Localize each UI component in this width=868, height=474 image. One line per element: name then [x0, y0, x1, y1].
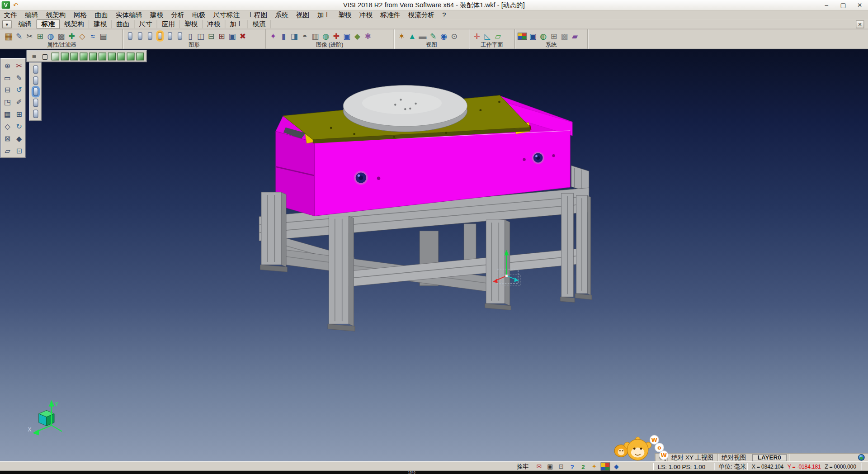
ribbon-tool-icon[interactable]: ⊙	[449, 31, 459, 41]
menu-item[interactable]: 系统	[271, 10, 292, 20]
view-cube-icon[interactable]	[80, 52, 87, 60]
view-cube-icon[interactable]: ▢	[40, 52, 50, 61]
ribbon-tool-icon[interactable]: ◓	[300, 31, 310, 41]
selection-strip-icon[interactable]	[33, 65, 38, 73]
status-tray-icon[interactable]: ▣	[545, 462, 555, 470]
menu-item[interactable]: 视图	[292, 10, 314, 20]
selection-strip-icon[interactable]	[33, 76, 38, 85]
edit-tool-icon[interactable]: ✎	[14, 72, 24, 82]
menu-item[interactable]: ?	[439, 11, 450, 19]
ribbon-tool-icon[interactable]: ▲	[407, 31, 417, 41]
view-cube-icon[interactable]	[71, 52, 78, 60]
menu-item[interactable]: 建模	[146, 10, 167, 20]
selection-strip-icon[interactable]	[33, 99, 38, 107]
ribbon-tool-icon[interactable]: ▣	[342, 31, 352, 41]
ribbon-tool-icon[interactable]: ⊞	[35, 31, 45, 41]
edit-tool-icon[interactable]: ◳	[2, 97, 13, 107]
ribbon-tool-icon[interactable]: ⊞	[549, 31, 559, 41]
menu-item[interactable]: 模流分析	[404, 10, 439, 20]
snap-toggle[interactable]: 拴牢	[516, 462, 528, 471]
ribbon-tab[interactable]: 尺寸	[135, 20, 157, 28]
edit-tool-icon[interactable]: ⊠	[2, 133, 13, 143]
menu-item[interactable]: 文件	[0, 10, 21, 20]
ribbon-tool-icon[interactable]: ▩	[57, 31, 66, 41]
ribbon-tool-icon[interactable]: ▥	[311, 31, 320, 41]
quick-access-icon[interactable]: ↶	[11, 1, 20, 9]
edit-tool-icon[interactable]: ⊡	[14, 146, 24, 156]
ribbon-tool-icon[interactable]: ▤	[99, 31, 108, 41]
ribbon-tool-icon[interactable]	[168, 32, 172, 40]
menu-item[interactable]: 塑模	[335, 10, 356, 20]
ribbon-tool-icon[interactable]: ✚	[67, 31, 76, 41]
ribbon-tool-icon[interactable]: ▰	[570, 31, 580, 41]
ribbon-tab[interactable]: 标准	[37, 19, 60, 29]
edit-tool-icon[interactable]: ⊞	[14, 109, 24, 119]
edit-tool-icon[interactable]: ⊕	[2, 60, 13, 70]
ribbon-tool-icon[interactable]: ◍	[46, 31, 56, 41]
ribbon-tool-icon[interactable]	[158, 32, 162, 40]
edit-tool-icon[interactable]: ▱	[2, 146, 13, 156]
ribbon-tab[interactable]: 建模	[89, 20, 112, 28]
selection-strip-icon[interactable]	[33, 109, 38, 118]
view-cube-icon[interactable]	[52, 52, 59, 60]
status-tray-icon[interactable]: ?	[567, 462, 577, 470]
edit-tool-icon[interactable]: ▦	[2, 109, 13, 119]
menu-item[interactable]: 标准件	[377, 10, 404, 20]
ribbon-tool-icon[interactable]	[148, 32, 152, 40]
ribbon-tool-icon[interactable]: ⊞	[217, 31, 226, 41]
minimize-button[interactable]: –	[818, 0, 835, 10]
ribbon-tool-icon[interactable]: ◨	[289, 31, 299, 41]
menu-item[interactable]: 尺寸标注	[209, 10, 244, 20]
viewport-3d[interactable]: Y X ≡▢ ⊕✂▭✎⊟↺◳✐▦⊞◇↻⊠◆▱⊡	[0, 49, 868, 461]
globe-icon[interactable]	[858, 454, 865, 461]
ribbon-tool-icon[interactable]: ✎	[429, 31, 438, 41]
status-tray-icon[interactable]: 2	[579, 462, 588, 470]
menu-item[interactable]: 编辑	[21, 10, 42, 20]
ribbon-tool-icon[interactable]: ≈	[88, 31, 98, 41]
status-tray-icon[interactable]: ✦	[590, 462, 599, 470]
tab-dropdown-button[interactable]: ▾	[2, 20, 12, 28]
edit-tool-icon[interactable]: ⊟	[2, 85, 13, 95]
ribbon-tool-icon[interactable]: ✶	[397, 31, 406, 41]
visi-logo-icon[interactable]: V	[2, 1, 10, 9]
ribbon-tool-icon[interactable]: ◫	[196, 31, 205, 41]
ribbon-tool-icon[interactable]: ✎	[14, 31, 24, 41]
ribbon-tab[interactable]: 曲面	[112, 20, 134, 28]
ribbon-tool-icon[interactable]	[138, 32, 142, 40]
ribbon-tool-icon[interactable]: ✱	[363, 31, 373, 41]
view-mode-field[interactable]: 绝对 XY 上视图	[667, 454, 717, 461]
selection-strip-icon[interactable]	[33, 87, 38, 95]
menu-item[interactable]: 实体编辑	[112, 10, 146, 20]
ribbon-tool-icon[interactable]: ▩	[560, 31, 569, 41]
ribbon-tool-icon[interactable]: ▣	[227, 31, 237, 41]
status-tray-icon[interactable]: ⊡	[557, 462, 566, 470]
ribbon-tool-icon[interactable]: ▬	[418, 31, 427, 41]
ribbon-tab[interactable]: 编辑	[14, 20, 37, 28]
ribbon-tab[interactable]: 加工	[225, 20, 248, 28]
edit-tool-icon[interactable]: ✂	[14, 60, 24, 70]
ribbon-tool-icon[interactable]: ✛	[472, 31, 481, 41]
view-cube-icon[interactable]: ≡	[29, 52, 39, 61]
view-cube-icon[interactable]	[136, 52, 144, 60]
cad-rotary-disc[interactable]	[343, 85, 467, 132]
edit-tool-icon[interactable]: ▭	[2, 72, 13, 82]
taskbar-item[interactable]: 1346	[408, 471, 415, 474]
menu-item[interactable]: 网格	[70, 10, 91, 20]
os-taskbar-strip[interactable]: 1346	[0, 471, 868, 474]
ribbon-tool-icon[interactable]: ◆	[353, 31, 362, 41]
ribbon-tab[interactable]: 塑模	[180, 20, 203, 28]
ribbon-tool-icon[interactable]: ◍	[321, 31, 330, 41]
ribbon-tool-icon[interactable]: ▣	[528, 31, 538, 41]
ribbon-tool-icon[interactable]: ▮	[279, 31, 288, 41]
ribbon-tab[interactable]: 冲模	[203, 20, 225, 28]
view-cube-icon[interactable]	[108, 52, 116, 60]
edit-tool-icon[interactable]: ↺	[14, 85, 24, 95]
ribbon-tool-icon[interactable]: ◉	[439, 31, 448, 41]
close-button[interactable]: ✕	[851, 0, 868, 10]
ribbon-tool-icon[interactable]: ✚	[331, 31, 341, 41]
ribbon-tool-icon[interactable]: ◺	[483, 31, 492, 41]
menu-item[interactable]: 工程图	[244, 10, 271, 20]
edit-tool-icon[interactable]: ◆	[14, 133, 24, 143]
ribbon-tool-icon[interactable]: ▦	[4, 31, 14, 41]
absolute-view-field[interactable]: 绝对视图	[717, 454, 750, 461]
